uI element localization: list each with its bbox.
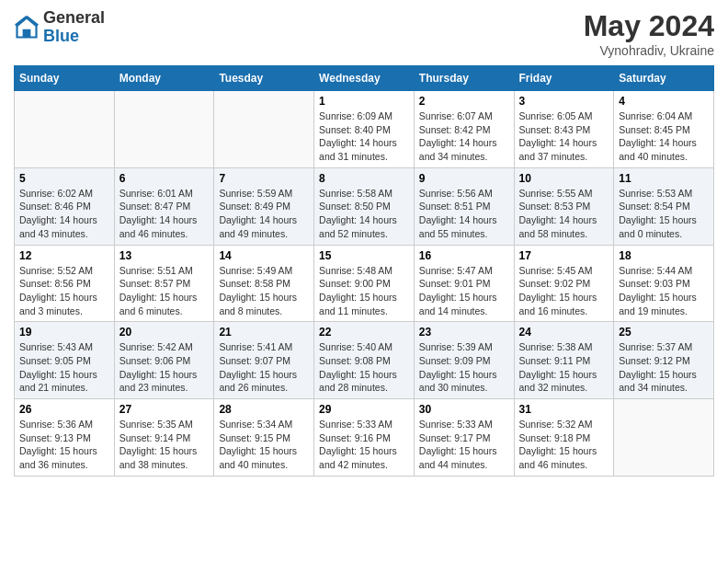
day-info: Sunrise: 5:49 AMSunset: 8:58 PMDaylight:… — [219, 264, 309, 318]
weekday-header-thursday: Thursday — [414, 66, 514, 91]
day-cell: 23Sunrise: 5:39 AMSunset: 9:09 PMDayligh… — [414, 322, 514, 399]
day-info: Sunrise: 5:42 AMSunset: 9:06 PMDaylight:… — [119, 340, 210, 395]
day-number: 9 — [419, 172, 509, 185]
day-info: Sunrise: 5:39 AMSunset: 9:09 PMDaylight:… — [419, 340, 509, 395]
day-info: Sunrise: 5:51 AMSunset: 8:57 PMDaylight:… — [119, 264, 210, 318]
day-cell: 5Sunrise: 6:02 AMSunset: 8:46 PMDaylight… — [15, 167, 115, 245]
day-number: 17 — [519, 249, 609, 262]
day-number: 7 — [219, 172, 309, 185]
day-cell: 20Sunrise: 5:42 AMSunset: 9:06 PMDayligh… — [114, 322, 214, 399]
location: Vynohradiv, Ukraine — [584, 43, 714, 58]
day-info: Sunrise: 5:36 AMSunset: 9:13 PMDaylight:… — [19, 418, 109, 472]
day-number: 8 — [319, 172, 409, 185]
day-number: 4 — [619, 95, 709, 108]
day-cell: 7Sunrise: 5:59 AMSunset: 8:49 PMDaylight… — [214, 167, 314, 245]
logo-general: General — [43, 9, 105, 28]
day-cell: 2Sunrise: 6:07 AMSunset: 8:42 PMDaylight… — [414, 91, 514, 168]
weekday-header-wednesday: Wednesday — [314, 66, 415, 91]
day-number: 27 — [119, 403, 210, 416]
day-info: Sunrise: 5:33 AMSunset: 9:16 PMDaylight:… — [319, 418, 409, 472]
day-info: Sunrise: 5:44 AMSunset: 9:03 PMDaylight:… — [619, 264, 709, 318]
day-info: Sunrise: 6:07 AMSunset: 8:42 PMDaylight:… — [419, 109, 509, 164]
day-number: 29 — [319, 403, 409, 416]
week-row-3: 12Sunrise: 5:52 AMSunset: 8:56 PMDayligh… — [15, 245, 714, 322]
svg-rect-4 — [23, 29, 31, 38]
day-info: Sunrise: 5:59 AMSunset: 8:49 PMDaylight:… — [219, 187, 309, 241]
day-cell: 11Sunrise: 5:53 AMSunset: 8:54 PMDayligh… — [614, 167, 714, 245]
day-cell: 17Sunrise: 5:45 AMSunset: 9:02 PMDayligh… — [514, 245, 614, 322]
day-number: 16 — [419, 249, 509, 262]
day-number: 10 — [519, 172, 609, 185]
week-row-1: 1Sunrise: 6:09 AMSunset: 8:40 PMDaylight… — [15, 91, 714, 168]
day-info: Sunrise: 6:05 AMSunset: 8:43 PMDaylight:… — [519, 109, 609, 164]
day-info: Sunrise: 6:01 AMSunset: 8:47 PMDaylight:… — [119, 187, 210, 241]
logo-icon — [14, 15, 40, 40]
day-number: 18 — [619, 249, 709, 262]
day-number: 23 — [419, 326, 509, 339]
day-cell: 12Sunrise: 5:52 AMSunset: 8:56 PMDayligh… — [15, 245, 115, 322]
day-info: Sunrise: 5:37 AMSunset: 9:12 PMDaylight:… — [619, 340, 709, 395]
day-info: Sunrise: 5:38 AMSunset: 9:11 PMDaylight:… — [519, 340, 609, 395]
day-info: Sunrise: 5:43 AMSunset: 9:05 PMDaylight:… — [19, 340, 109, 395]
weekday-header-friday: Friday — [514, 66, 614, 91]
day-cell: 31Sunrise: 5:32 AMSunset: 9:18 PMDayligh… — [514, 399, 614, 477]
day-cell: 14Sunrise: 5:49 AMSunset: 8:58 PMDayligh… — [214, 245, 314, 322]
day-cell: 27Sunrise: 5:35 AMSunset: 9:14 PMDayligh… — [114, 399, 214, 477]
day-info: Sunrise: 5:33 AMSunset: 9:17 PMDaylight:… — [419, 418, 509, 472]
day-number: 15 — [319, 249, 409, 262]
day-cell — [614, 399, 714, 477]
day-info: Sunrise: 6:09 AMSunset: 8:40 PMDaylight:… — [319, 109, 409, 164]
day-number: 12 — [19, 249, 109, 262]
day-cell: 13Sunrise: 5:51 AMSunset: 8:57 PMDayligh… — [114, 245, 214, 322]
day-cell: 10Sunrise: 5:55 AMSunset: 8:53 PMDayligh… — [514, 167, 614, 245]
day-cell: 22Sunrise: 5:40 AMSunset: 9:08 PMDayligh… — [314, 322, 415, 399]
day-info: Sunrise: 5:40 AMSunset: 9:08 PMDaylight:… — [319, 340, 409, 395]
day-number: 24 — [519, 326, 609, 339]
weekday-header-monday: Monday — [114, 66, 214, 91]
week-row-4: 19Sunrise: 5:43 AMSunset: 9:05 PMDayligh… — [15, 322, 714, 399]
logo: General Blue — [14, 9, 105, 46]
day-info: Sunrise: 5:56 AMSunset: 8:51 PMDaylight:… — [419, 187, 509, 241]
day-number: 1 — [319, 95, 409, 108]
day-number: 2 — [419, 95, 509, 108]
day-info: Sunrise: 5:47 AMSunset: 9:01 PMDaylight:… — [419, 264, 509, 318]
day-info: Sunrise: 5:55 AMSunset: 8:53 PMDaylight:… — [519, 187, 609, 241]
title-block: May 2024 Vynohradiv, Ukraine — [584, 9, 714, 58]
day-cell — [114, 91, 214, 168]
day-cell: 19Sunrise: 5:43 AMSunset: 9:05 PMDayligh… — [15, 322, 115, 399]
day-cell: 1Sunrise: 6:09 AMSunset: 8:40 PMDaylight… — [314, 91, 415, 168]
day-number: 13 — [119, 249, 210, 262]
day-number: 21 — [219, 326, 309, 339]
day-cell — [214, 91, 314, 168]
logo-blue: Blue — [43, 28, 105, 46]
day-cell: 6Sunrise: 6:01 AMSunset: 8:47 PMDaylight… — [114, 167, 214, 245]
day-number: 31 — [519, 403, 609, 416]
day-number: 11 — [619, 172, 709, 185]
day-cell: 29Sunrise: 5:33 AMSunset: 9:16 PMDayligh… — [314, 399, 415, 477]
day-info: Sunrise: 5:52 AMSunset: 8:56 PMDaylight:… — [19, 264, 109, 318]
day-info: Sunrise: 5:48 AMSunset: 9:00 PMDaylight:… — [319, 264, 409, 318]
day-number: 5 — [19, 172, 109, 185]
weekday-header-sunday: Sunday — [15, 66, 115, 91]
day-cell: 18Sunrise: 5:44 AMSunset: 9:03 PMDayligh… — [614, 245, 714, 322]
day-number: 26 — [19, 403, 109, 416]
day-cell: 25Sunrise: 5:37 AMSunset: 9:12 PMDayligh… — [614, 322, 714, 399]
day-number: 3 — [519, 95, 609, 108]
month-year: May 2024 — [584, 9, 714, 43]
day-info: Sunrise: 5:34 AMSunset: 9:15 PMDaylight:… — [219, 418, 309, 472]
day-cell: 3Sunrise: 6:05 AMSunset: 8:43 PMDaylight… — [514, 91, 614, 168]
day-number: 19 — [19, 326, 109, 339]
week-row-2: 5Sunrise: 6:02 AMSunset: 8:46 PMDaylight… — [15, 167, 714, 245]
weekday-header-saturday: Saturday — [614, 66, 714, 91]
day-number: 20 — [119, 326, 210, 339]
day-info: Sunrise: 5:53 AMSunset: 8:54 PMDaylight:… — [619, 187, 709, 241]
day-cell: 26Sunrise: 5:36 AMSunset: 9:13 PMDayligh… — [15, 399, 115, 477]
day-cell: 16Sunrise: 5:47 AMSunset: 9:01 PMDayligh… — [414, 245, 514, 322]
day-cell: 30Sunrise: 5:33 AMSunset: 9:17 PMDayligh… — [414, 399, 514, 477]
day-cell: 8Sunrise: 5:58 AMSunset: 8:50 PMDaylight… — [314, 167, 415, 245]
day-number: 6 — [119, 172, 210, 185]
page-header: General Blue May 2024 Vynohradiv, Ukrain… — [14, 9, 714, 58]
day-cell: 4Sunrise: 6:04 AMSunset: 8:45 PMDaylight… — [614, 91, 714, 168]
day-info: Sunrise: 6:04 AMSunset: 8:45 PMDaylight:… — [619, 109, 709, 164]
day-number: 28 — [219, 403, 309, 416]
